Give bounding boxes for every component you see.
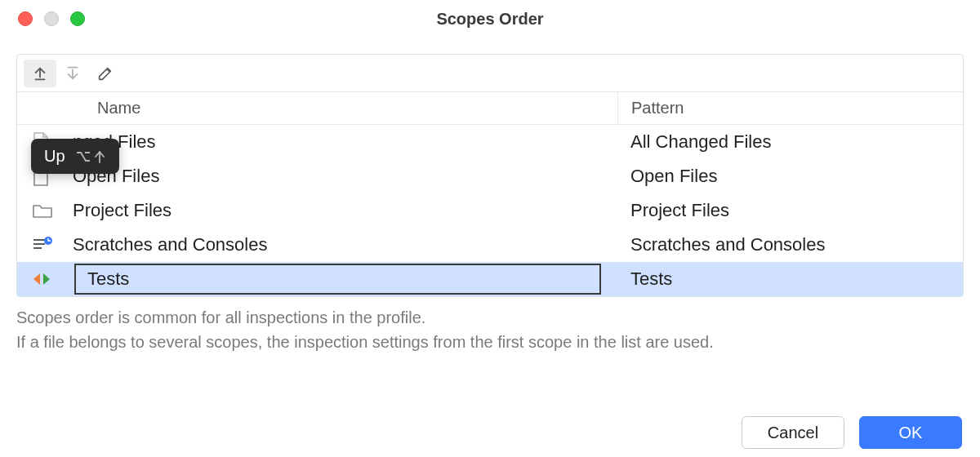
ok-button[interactable]: OK [859, 416, 962, 449]
tooltip-label: Up [44, 147, 65, 166]
tooltip-shortcut [75, 149, 106, 164]
table-row[interactable]: Tests Tests [17, 262, 963, 296]
arrow-up-icon [93, 149, 106, 164]
move-up-button[interactable] [24, 60, 56, 87]
tooltip: Up [31, 139, 119, 174]
window-title: Scopes Order [0, 10, 980, 29]
table-row[interactable]: nged Files All Changed Files [17, 125, 963, 159]
arrow-up-bar-icon [31, 64, 49, 82]
toolbar [17, 55, 963, 92]
scope-name: Project Files [66, 200, 617, 221]
help-line: If a file belongs to several scopes, the… [16, 330, 964, 354]
arrow-down-bar-icon [64, 64, 82, 82]
scope-name: Scratches and Consoles [66, 234, 617, 255]
edit-button[interactable] [89, 60, 122, 87]
svg-marker-5 [33, 273, 40, 285]
table-header: Name Pattern [17, 92, 963, 125]
option-key-icon [75, 149, 91, 164]
titlebar: Scopes Order [0, 0, 980, 38]
scope-pattern: Project Files [630, 200, 729, 221]
scope-name[interactable]: Tests [81, 268, 599, 290]
folder-icon [17, 202, 66, 220]
scope-pattern: Tests [630, 268, 672, 290]
scratch-icon [17, 236, 66, 254]
table-body: nged Files All Changed Files Open Files … [17, 125, 963, 296]
scope-pattern: Scratches and Consoles [630, 234, 825, 255]
cancel-button[interactable]: Cancel [742, 416, 844, 449]
move-down-button[interactable] [56, 60, 89, 87]
table-row[interactable]: Open Files Open Files [17, 159, 963, 193]
help-text: Scopes order is common for all inspectio… [16, 305, 964, 354]
pencil-icon [96, 64, 114, 82]
help-line: Scopes order is common for all inspectio… [16, 305, 964, 330]
scope-name: nged Files [66, 131, 617, 153]
main-panel: Name Pattern nged Files All Changed File… [16, 54, 964, 297]
table-row[interactable]: Project Files Project Files [17, 193, 963, 228]
scope-pattern: Open Files [630, 166, 717, 187]
column-header-pattern[interactable]: Pattern [618, 99, 684, 118]
table-row[interactable]: Scratches and Consoles Scratches and Con… [17, 228, 963, 262]
column-header-name[interactable]: Name [84, 99, 140, 118]
svg-marker-6 [43, 273, 50, 285]
scope-pattern: All Changed Files [630, 131, 771, 153]
tests-icon [17, 270, 66, 288]
scope-name: Open Files [66, 166, 617, 187]
